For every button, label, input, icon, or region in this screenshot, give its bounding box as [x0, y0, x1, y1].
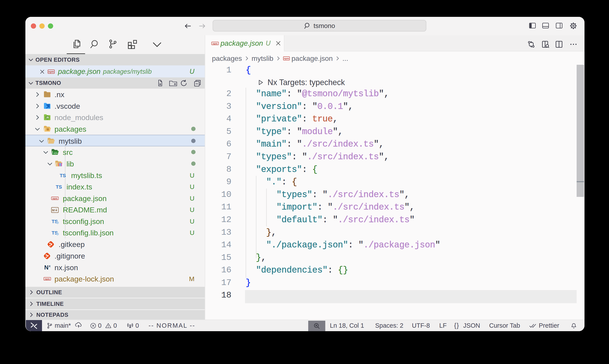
- svg-text:npm: npm: [52, 197, 57, 200]
- svg-text:JS: JS: [46, 116, 49, 119]
- svg-text:npm: npm: [48, 70, 54, 73]
- svg-text:TS: TS: [56, 184, 62, 190]
- svg-text:TS: TS: [60, 173, 66, 178]
- svg-text:npm: npm: [284, 57, 289, 60]
- svg-text:N: N: [44, 264, 49, 271]
- svg-text:npm: npm: [213, 42, 218, 45]
- svg-text:x: x: [49, 264, 51, 268]
- svg-text:</>: </>: [54, 152, 58, 155]
- svg-text:npm: npm: [45, 278, 50, 280]
- svg-text:M: M: [52, 208, 55, 212]
